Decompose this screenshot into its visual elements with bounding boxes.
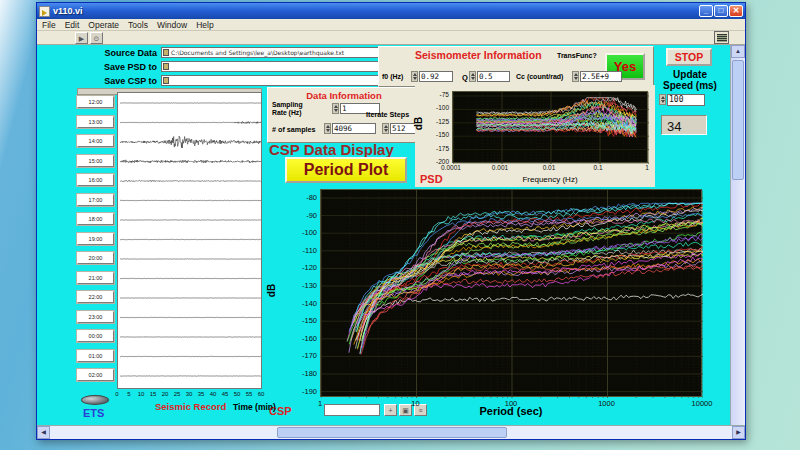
seismic-time-button[interactable]: 15:00: [77, 155, 114, 167]
horizontal-scroll-thumb[interactable]: [277, 427, 507, 438]
seismic-x-tick: 20: [160, 391, 170, 397]
f0-spinner[interactable]: [411, 71, 418, 82]
psd-y-tick: -100: [423, 104, 449, 111]
source-data-path-input[interactable]: C:\Documents and Settings\lee_a\Desktop\…: [161, 47, 393, 58]
menu-item-window[interactable]: Window: [157, 20, 187, 30]
menu-item-tools[interactable]: Tools: [128, 20, 148, 30]
path-type-icon: [163, 49, 169, 56]
seismic-x-tick: 50: [232, 391, 242, 397]
period-plot-button[interactable]: Period Plot: [285, 157, 407, 183]
toolbar: ▶ ⊙: [37, 31, 745, 45]
seismic-x-tick: 10: [136, 391, 146, 397]
csp-plot-area[interactable]: [320, 189, 702, 397]
source-data-label: Source Data: [87, 48, 157, 58]
vertical-scrollbar[interactable]: ▲: [730, 45, 745, 427]
stop-button[interactable]: STOP: [666, 48, 712, 66]
save-csp-path-input[interactable]: [161, 75, 393, 86]
menu-item-help[interactable]: Help: [196, 20, 213, 30]
menu-item-edit[interactable]: Edit: [65, 20, 80, 30]
csp-y-tick: -140: [289, 299, 317, 308]
seismic-time-button[interactable]: 12:00: [77, 96, 114, 108]
front-panel: Source Data C:\Documents and Settings\le…: [37, 45, 732, 427]
horizontal-scrollbar[interactable]: ◀ ▶: [37, 425, 745, 439]
iterate-steps-label: Iterate Steps: [366, 110, 409, 119]
psd-x-axis-label: Frequency (Hz): [452, 175, 648, 184]
psd-plot-area[interactable]: [452, 91, 648, 163]
save-psd-path-input[interactable]: [161, 61, 393, 72]
csp-y-tick: -80: [289, 193, 317, 202]
sampling-rate-label-1: Sampling: [272, 101, 303, 108]
psd-y-tick: -75: [423, 91, 449, 98]
save-csp-label: Save CSP to: [87, 76, 157, 86]
maximize-button[interactable]: □: [714, 5, 728, 17]
sampling-rate-spinner[interactable]: [332, 103, 339, 114]
psd-y-tick: -150: [423, 131, 449, 138]
num-samples-label: # of samples: [272, 125, 316, 134]
seismic-time-button[interactable]: 02:00: [77, 369, 114, 381]
q-spinner[interactable]: [469, 71, 476, 82]
scroll-right-arrow[interactable]: ▶: [732, 426, 745, 439]
sampling-rate-label-2: Rate (Hz): [272, 109, 301, 116]
seismic-time-button[interactable]: 23:00: [77, 311, 114, 323]
menu-item-file[interactable]: File: [42, 20, 56, 30]
psd-graph-label: PSD: [420, 173, 443, 185]
app-window: v110.vi _ □ ✕ FileEditOperateToolsWindow…: [36, 2, 746, 440]
data-info-group: Data Information Sampling Rate (Hz) 1 It…: [267, 87, 421, 143]
seismic-time-button[interactable]: 22:00: [77, 291, 114, 303]
title-bar[interactable]: v110.vi _ □ ✕: [37, 3, 745, 19]
seismic-time-button[interactable]: 14:00: [77, 135, 114, 147]
abort-button-icon[interactable]: ⊙: [90, 32, 103, 44]
csp-x-tick: 1: [300, 399, 340, 408]
seismic-x-tick: 55: [244, 391, 254, 397]
seismic-time-button[interactable]: 18:00: [77, 213, 114, 225]
seismic-time-button[interactable]: 20:00: [77, 252, 114, 264]
transfunc-label: TransFunc?: [557, 52, 597, 59]
seismic-time-button[interactable]: 19:00: [77, 233, 114, 245]
cc-input[interactable]: 2.5E+9: [580, 71, 622, 82]
psd-x-tick: 1: [635, 164, 659, 171]
vertical-scroll-thumb[interactable]: [732, 60, 744, 180]
seismic-x-tick: 60: [256, 391, 266, 397]
cc-spinner[interactable]: [572, 71, 579, 82]
psd-y-tick: -175: [423, 145, 449, 152]
num-samples-input[interactable]: 4096: [332, 123, 376, 134]
csp-x-tick: 10: [396, 399, 436, 408]
csp-x-tick: 10000: [682, 399, 722, 408]
seismic-x-tick: 30: [184, 391, 194, 397]
minimize-button[interactable]: _: [699, 5, 713, 17]
seismic-time-button[interactable]: 16:00: [77, 174, 114, 186]
csp-y-tick: -90: [289, 211, 317, 220]
psd-x-tick: 0.01: [537, 164, 561, 171]
num-samples-spinner[interactable]: [324, 123, 331, 134]
csp-data-display-heading: CSP Data Display: [269, 141, 394, 158]
seismometer-info-title: Seismometer Information: [415, 49, 542, 61]
scroll-up-arrow[interactable]: ▲: [731, 45, 745, 58]
psd-x-tick: 0.1: [586, 164, 610, 171]
update-speed-label-2: Speed (ms): [649, 80, 731, 91]
update-speed-spinner[interactable]: [659, 94, 666, 105]
seismic-x-tick: 40: [208, 391, 218, 397]
source-data-path-text: C:\Documents and Settings\lee_a\Desktop\…: [171, 49, 344, 56]
update-speed-input[interactable]: 100: [667, 94, 705, 106]
seismic-x-tick: 45: [220, 391, 230, 397]
seismic-time-button[interactable]: 21:00: [77, 272, 114, 284]
seismic-time-button[interactable]: 17:00: [77, 194, 114, 206]
f0-input[interactable]: 0.92: [419, 71, 453, 82]
iterate-steps-spinner[interactable]: [382, 123, 389, 134]
close-button[interactable]: ✕: [729, 5, 743, 17]
seismic-time-button[interactable]: 01:00: [77, 350, 114, 362]
desktop-background: v110.vi _ □ ✕ FileEditOperateToolsWindow…: [0, 0, 800, 450]
menu-item-operate[interactable]: Operate: [88, 20, 119, 30]
seismic-run-knob[interactable]: [81, 395, 109, 405]
csp-x-tick: 1000: [587, 399, 627, 408]
csp-y-tick: -150: [289, 316, 317, 325]
path-type-icon: [163, 77, 169, 84]
csp-y-tick: -160: [289, 334, 317, 343]
q-input[interactable]: 0.5: [477, 71, 510, 82]
csp-y-tick: -130: [289, 281, 317, 290]
seismic-waveform-area[interactable]: [117, 92, 262, 389]
run-button-icon[interactable]: ▶: [75, 32, 88, 44]
seismic-time-button[interactable]: 13:00: [77, 116, 114, 128]
seismic-time-button[interactable]: 00:00: [77, 330, 114, 342]
scroll-left-arrow[interactable]: ◀: [37, 426, 50, 439]
